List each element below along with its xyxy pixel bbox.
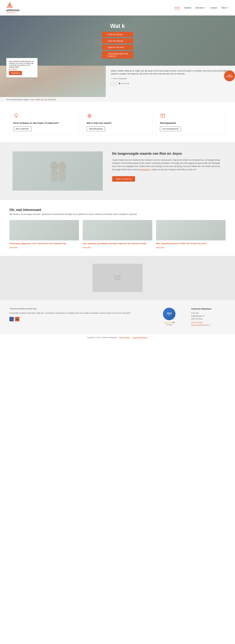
btn-hulp-verkoop[interactable]: › Hulp bij verkoop bbox=[102, 32, 133, 37]
news-title-2: Voor aankoop gemiddelde woning is bijna … bbox=[83, 242, 152, 245]
footer-bottom: Copyright © 2025 · Anthonise Makelaars P… bbox=[0, 334, 235, 341]
nav-dot-1 bbox=[119, 83, 120, 84]
service-title-1: Eerst verkopen en dan kopen of andersom? bbox=[13, 122, 75, 124]
news-title: Oh, wat interessant bbox=[10, 208, 226, 212]
navigation: Home Aanbod Diensten ▼ Contact Menu ▼ bbox=[174, 6, 229, 9]
footer-social: f 📷 bbox=[10, 317, 147, 321]
company-address: Frans den Hollanderlaan 18 4461 HN Goes bbox=[191, 312, 226, 320]
news-card-2: Voor aankoop gemiddelde woning is bijna … bbox=[83, 220, 152, 248]
video-section bbox=[0, 256, 235, 300]
nav-diensten[interactable]: Diensten ▼ bbox=[196, 6, 206, 9]
svg-point-5 bbox=[54, 73, 60, 80]
svg-rect-23 bbox=[59, 171, 66, 182]
btn-hulp-aankoop[interactable]: › Hulp bij aankoop bbox=[102, 38, 133, 44]
svg-point-3 bbox=[47, 73, 53, 80]
testimonial-navigation: ‹ › bbox=[111, 82, 230, 85]
arrow-icon: › bbox=[106, 40, 107, 42]
svg-rect-13 bbox=[88, 116, 90, 118]
cookie-banner: Deze website maakt gebruik van cookies o… bbox=[6, 58, 38, 78]
arrow-icon: › bbox=[106, 54, 107, 56]
news-subtitle: Wij houden u op de hoogte van leuke, opz… bbox=[10, 213, 226, 215]
cookie-accept-button[interactable]: Begrepen! bbox=[9, 71, 22, 75]
service-card-waarde: Wat is mijn huis waard? Waardebepaling bbox=[83, 108, 152, 136]
footer-description: Persoonlijke aandacht, korte lijnen, alt… bbox=[10, 312, 147, 314]
news-section: Oh, wat interessant Wij houden u op de h… bbox=[0, 200, 235, 256]
value-content: De toegevoegde waarde van Ron en Joyce A… bbox=[112, 152, 222, 182]
company-email[interactable]: makelaars@anthonise.nl bbox=[191, 324, 226, 326]
footer-main: "Intensief betrokken bij elke fase" Pers… bbox=[0, 300, 235, 334]
testimonial-link[interactable]: hier bbox=[41, 98, 44, 100]
facebook-icon: f bbox=[11, 318, 12, 320]
cookie-text: Deze website maakt gebruik van cookies o… bbox=[9, 60, 35, 68]
arrow-icon: › bbox=[106, 33, 107, 36]
value-text: Al jaren helpen wij onze relaties bij he… bbox=[112, 158, 222, 171]
news-read-more-2[interactable]: Lees meer bbox=[83, 246, 152, 248]
svg-rect-14 bbox=[89, 116, 90, 118]
privacy-link[interactable]: Privacy beleid bbox=[119, 336, 130, 338]
logo-icon bbox=[6, 2, 13, 9]
svg-rect-21 bbox=[51, 171, 58, 182]
value-image bbox=[12, 152, 103, 190]
facebook-button[interactable]: f bbox=[10, 317, 14, 321]
house-icon bbox=[87, 113, 148, 120]
news-grid: Huizenprijs stijgt hard: ruim 7 procent … bbox=[10, 220, 226, 248]
nav-aanbod[interactable]: Aanbod bbox=[184, 6, 191, 9]
news-image-3 bbox=[156, 220, 226, 240]
value-link[interactable]: waarderen bbox=[141, 168, 150, 171]
service-card-verkoop: Eerst verkopen en dan kopen of andersom?… bbox=[10, 108, 79, 136]
nav-dot-2 bbox=[121, 83, 122, 84]
cookie-link[interactable]: Lees meer bbox=[9, 68, 17, 70]
btn-sparren[interactable]: › Sparren met ons? bbox=[102, 45, 133, 50]
footer-col-trustoo: 2024 ★★ ★★★★★ 9,8 by trustoo bbox=[154, 308, 185, 326]
svg-point-20 bbox=[50, 162, 58, 171]
hero-content: Wat k › Hulp bij verkoop › Hulp bij aank… bbox=[102, 23, 133, 58]
service-btn-1[interactable]: Wat is wijsheid? bbox=[13, 126, 32, 131]
company-name: Anthonise Makelaars bbox=[191, 308, 226, 310]
value-section: De toegevoegde waarde van Ron en Joyce A… bbox=[0, 142, 235, 200]
nav-dot-4 bbox=[126, 83, 127, 84]
trustoo-by: by trustoo bbox=[166, 324, 172, 326]
instagram-button[interactable]: 📷 bbox=[15, 317, 20, 321]
nav-dot-5 bbox=[128, 83, 129, 84]
instagram-icon: 📷 bbox=[16, 318, 18, 320]
service-btn-3[interactable]: Ons woningaanbod bbox=[160, 126, 181, 131]
lightbulb-icon bbox=[13, 113, 75, 120]
video-placeholder[interactable] bbox=[92, 264, 142, 292]
news-title-3: Meer hypotheekruimte in 2024: wie wil da… bbox=[156, 242, 226, 245]
contact-button[interactable]: Neem contact op bbox=[112, 176, 135, 182]
nav-contact[interactable]: Contact bbox=[210, 6, 217, 9]
logo-name: anthonise bbox=[6, 9, 20, 12]
news-read-more-1[interactable]: Lees meer bbox=[10, 246, 79, 248]
news-title-1: Huizenprijs stijgt hard: ruim 7 procent … bbox=[10, 242, 79, 245]
news-image-2 bbox=[83, 220, 152, 240]
service-btn-2[interactable]: Waardebepaling bbox=[87, 126, 105, 131]
testimonial-content: ekbaar. Heldere uitleg als er vragen zij… bbox=[106, 66, 235, 97]
header: anthonise makelaars Home Aanbod Diensten… bbox=[0, 0, 235, 16]
testimonial-text: ekbaar. Heldere uitleg als er vragen zij… bbox=[111, 70, 230, 76]
disclaimer-link[interactable]: Toedrachtverklaring bbox=[132, 336, 147, 338]
logo[interactable]: anthonise makelaars bbox=[6, 2, 20, 14]
footer-col-description: "Intensief betrokken bij elke fase" Pers… bbox=[10, 308, 147, 322]
hero-title: Wat k bbox=[102, 23, 133, 29]
nav-home[interactable]: Home bbox=[174, 6, 180, 9]
value-title: De toegevoegde waarde van Ron en Joyce bbox=[112, 152, 222, 156]
svg-line-11 bbox=[18, 114, 18, 114]
trustoo-stars: ★★★★★ 9,8 bbox=[164, 322, 174, 324]
services-grid: Eerst verkopen en dan kopen of andersom?… bbox=[10, 108, 226, 136]
news-read-more-3[interactable]: Lees meer bbox=[156, 246, 226, 248]
hero-buttons: › Hulp bij verkoop › Hulp bij aankoop › … bbox=[102, 32, 133, 58]
menu-chevron-icon: ▼ bbox=[227, 7, 229, 8]
nav-menu[interactable]: Menu ▼ bbox=[222, 6, 229, 9]
testimonial-prev[interactable]: ‹ bbox=[111, 82, 114, 85]
testimonial-author: — Paul en Angelique bbox=[111, 77, 230, 80]
btn-ontzorg[interactable]: › Ontzorgspecialist huis ouder(s) bbox=[102, 51, 133, 58]
testimonial-next[interactable]: › bbox=[115, 82, 118, 85]
testimonial-footer: Veel woningverkopers gingen u voor. Ontd… bbox=[0, 97, 235, 102]
news-image-1 bbox=[10, 220, 79, 240]
svg-point-22 bbox=[58, 162, 66, 171]
footer-quote: "Intensief betrokken bij elke fase" bbox=[10, 308, 147, 310]
klant-ervaringen-badge[interactable]: Klant ervaringen bbox=[224, 70, 235, 81]
company-phone[interactable]: (0113) 270406 bbox=[191, 322, 226, 324]
arrow-icon: › bbox=[106, 46, 107, 48]
svg-line-10 bbox=[14, 114, 15, 114]
